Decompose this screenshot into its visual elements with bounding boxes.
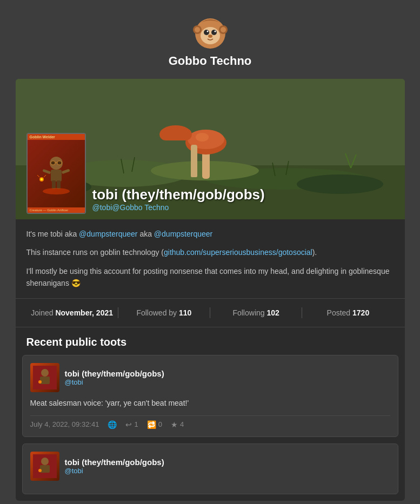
stat-followed-count: 110 (179, 308, 191, 317)
reply-icon: ↩ (125, 420, 132, 429)
card-image (28, 140, 85, 207)
bio-link-1[interactable]: @dumpsterqueer (79, 230, 137, 238)
toot-author-handle-2[interactable]: @tobi (65, 467, 164, 475)
stat-joined: Joined November, 2021 (26, 306, 118, 319)
stat-following-label: Following (232, 308, 264, 317)
stat-joined-label: Joined (31, 308, 53, 317)
svg-rect-41 (52, 180, 56, 189)
toot-avatar[interactable] (30, 363, 59, 392)
toot-boosts[interactable]: 🔁 0 (147, 420, 162, 429)
bio-link-3[interactable]: github.com/superseriousbusiness/gotosoci… (164, 248, 312, 257)
toot-item: tobi (they/them/gob/gobs) @tobi Meat sal… (22, 355, 398, 437)
bio-line-2: This instance runs on goblin technology … (26, 246, 394, 258)
svg-rect-35 (42, 169, 51, 174)
toot-replies[interactable]: ↩ 1 (125, 420, 138, 429)
svg-point-38 (41, 178, 43, 180)
bio-link-2[interactable]: @dumpsterqueer (154, 230, 212, 238)
stat-following[interactable]: Following 102 (210, 306, 302, 319)
toot-author-info-2: tobi (they/them/gob/gobs) @tobi (65, 458, 164, 475)
stat-posted-label: Posted (327, 308, 351, 317)
stat-followed-by[interactable]: Followed by 110 (118, 306, 210, 319)
svg-point-5 (214, 31, 216, 32)
toot-author-row-2: tobi (they/them/gob/gobs) @tobi (30, 452, 390, 481)
profile-avatar-area: Goblin Welder (26, 133, 265, 214)
boost-icon: 🔁 (147, 420, 156, 429)
svg-point-10 (221, 27, 226, 32)
svg-point-3 (211, 30, 217, 35)
toot-item: tobi (they/them/gob/gobs) @tobi (22, 443, 398, 494)
profile-bio: It's me tobi aka @dumpsterqueer aka @dum… (16, 219, 405, 299)
toot-author-name[interactable]: tobi (they/them/gob/gobs) (65, 369, 164, 378)
stat-posted-count: 1720 (352, 308, 369, 317)
globe-icon: 🌐 (108, 420, 117, 429)
toot-meta: July 4, 2022, 09:32:41 🌐 ↩ 1 🔁 0 ★ 4 (30, 415, 390, 429)
svg-line-39 (37, 175, 39, 177)
card-type: Creature — Goblin Artificer (28, 207, 85, 213)
svg-point-49 (41, 458, 49, 465)
profile-display-name: tobi (they/them/gob/gobs) (92, 186, 265, 203)
svg-point-6 (208, 35, 212, 38)
app-title: Gobbo Techno (169, 54, 252, 68)
svg-point-4 (206, 31, 208, 32)
stat-joined-date: November, 2021 (55, 308, 113, 317)
svg-point-45 (41, 369, 49, 377)
toot-author-info: tobi (they/them/gob/gobs) @tobi (65, 369, 164, 386)
svg-rect-32 (57, 161, 62, 165)
profile-name-area: tobi (they/them/gob/gobs) @tobi@Gobbo Te… (92, 186, 265, 214)
card-figure-svg (32, 152, 81, 196)
toot-author-name-2[interactable]: tobi (they/them/gob/gobs) (65, 458, 164, 467)
toot-avatar-2[interactable] (30, 452, 59, 481)
star-icon: ★ (171, 420, 178, 429)
svg-point-43 (43, 188, 70, 194)
toot-boost-count: 0 (158, 420, 162, 428)
toot-author-handle[interactable]: @tobi (65, 378, 164, 386)
profile-avatar: Goblin Welder (26, 133, 86, 214)
toot-avatar-svg-2 (33, 454, 57, 478)
toot-timestamp: July 4, 2022, 09:32:41 (30, 420, 99, 428)
svg-line-40 (44, 175, 46, 177)
card-title: Goblin Welder (28, 134, 85, 140)
toot-fav-count: 4 (180, 420, 184, 428)
recent-toots-title: Recent public toots (16, 327, 405, 355)
profile-card: Goblin Welder (16, 79, 405, 501)
stat-posted: Posted 1720 (302, 306, 394, 319)
toot-avatar-art-2 (30, 452, 59, 481)
svg-point-2 (204, 30, 209, 35)
svg-point-17 (297, 174, 383, 194)
svg-rect-31 (51, 161, 55, 165)
bio-line-3: I'll mostly be using this account for po… (26, 265, 394, 290)
svg-point-51 (38, 469, 42, 472)
profile-stats: Joined November, 2021 Followed by 110 Fo… (16, 299, 405, 327)
toot-author-row: tobi (they/them/gob/gobs) @tobi (30, 363, 390, 392)
toot-favorites[interactable]: ★ 4 (171, 420, 184, 429)
svg-rect-34 (51, 170, 62, 182)
toot-avatar-svg (33, 366, 57, 389)
svg-point-9 (195, 27, 200, 32)
bio-line-1: It's me tobi aka @dumpsterqueer aka @dum… (26, 228, 394, 240)
toot-reply-count: 1 (134, 420, 138, 428)
svg-rect-42 (57, 180, 61, 189)
svg-rect-46 (40, 377, 50, 384)
svg-point-47 (38, 380, 42, 384)
stat-following-count: 102 (266, 308, 279, 317)
app-logo (189, 11, 232, 54)
profile-header: Goblin Welder (16, 79, 405, 219)
svg-rect-36 (61, 169, 70, 174)
profile-handle[interactable]: @tobi@Gobbo Techno (92, 203, 265, 212)
card-art: Goblin Welder (28, 134, 85, 213)
svg-rect-50 (40, 465, 50, 473)
toot-visibility: 🌐 (108, 420, 117, 429)
toot-content: Meat salesman voice: 'yarr, ye can't bea… (30, 398, 390, 409)
toot-avatar-art (30, 363, 59, 392)
stat-followed-label: Followed by (136, 308, 177, 317)
